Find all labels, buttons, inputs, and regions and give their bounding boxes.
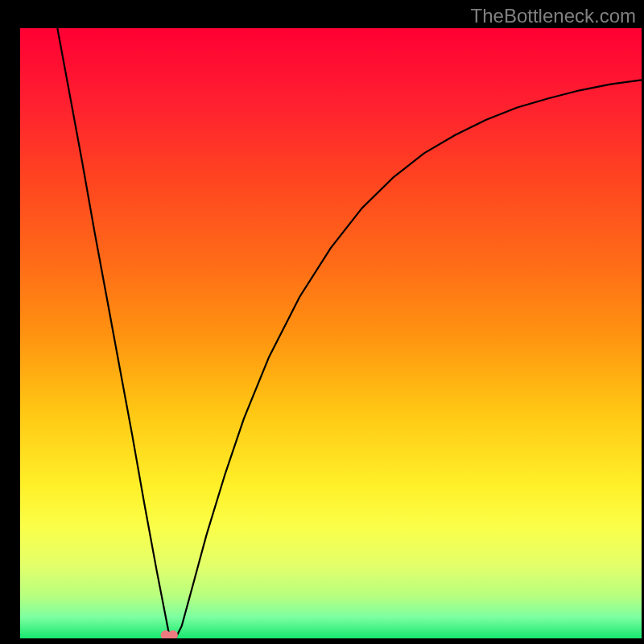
watermark-text: TheBottleneck.com xyxy=(471,5,636,27)
optimal-point-marker xyxy=(168,630,178,640)
bottleneck-chart xyxy=(0,0,644,644)
